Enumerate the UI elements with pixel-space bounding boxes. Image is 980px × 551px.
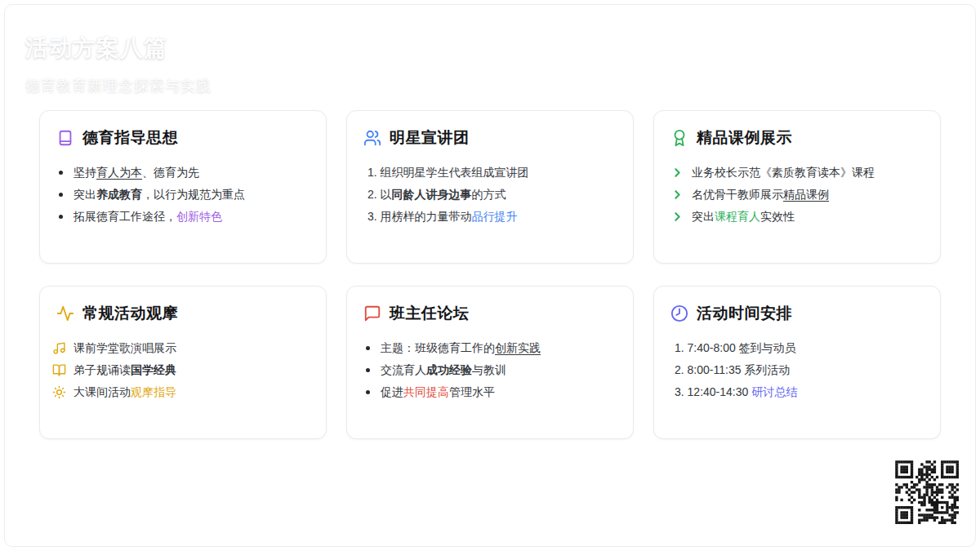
text-segment: 管理水平	[449, 385, 495, 398]
text-segment: 交流育人	[381, 363, 426, 376]
item-text: 1. 组织明星学生代表组成宣讲团	[368, 164, 529, 181]
bullet-dot	[366, 346, 370, 350]
book-open-icon	[52, 363, 66, 377]
list-item: 拓展德育工作途径，创新特色	[56, 208, 310, 225]
item-text: 突出养成教育，以行为规范为重点	[74, 186, 245, 203]
text-segment: 业务校长示范《素质教育读本》课程	[692, 166, 875, 179]
list-item: 坚持育人为本、德育为先	[56, 164, 310, 181]
card-title: 德育指导思想	[82, 127, 178, 149]
book-icon	[56, 129, 74, 147]
text-segment: 同龄人讲身边事	[392, 188, 472, 201]
card-regular-activity-observation: 常规活动观摩 课前学堂歌演唱展示弟子规诵读国学经典大课间活动观摩指导	[39, 286, 327, 439]
item-text: 交流育人成功经验与教训	[381, 362, 506, 379]
text-segment: 促进	[381, 385, 403, 398]
text-segment: 创新实践	[495, 341, 541, 354]
card-activity-schedule: 活动时间安排 1. 7:40-8:00 签到与动员2. 8:00-11:35 系…	[653, 286, 941, 439]
text-segment: 突出	[692, 210, 715, 223]
text-segment: 名优骨干教师展示	[692, 188, 783, 201]
card-star-speaker-group: 明星宣讲团 1. 组织明星学生代表组成宣讲团2. 以同龄人讲身边事的方式3. 用…	[346, 110, 634, 264]
page-title: 活动方案八篇	[25, 33, 212, 64]
list-item: 主题：班级德育工作的创新实践	[363, 340, 617, 357]
card-list: 课前学堂歌演唱展示弟子规诵读国学经典大课间活动观摩指导	[56, 340, 310, 401]
text-segment: 课程育人	[715, 210, 760, 223]
card-header: 明星宣讲团	[363, 127, 617, 149]
bullet-dot	[59, 215, 63, 219]
text-segment: 2. 以	[368, 188, 392, 201]
card-list: 1. 组织明星学生代表组成宣讲团2. 以同龄人讲身边事的方式3. 用榜样的力量带…	[363, 164, 617, 225]
item-text: 名优骨干教师展示精品课例	[692, 186, 829, 203]
music-icon	[52, 341, 66, 355]
item-text: 2. 8:00-11:35 系列活动	[675, 362, 790, 379]
text-segment: 坚持	[74, 166, 96, 179]
chevron-right-icon	[670, 188, 684, 202]
card-header: 德育指导思想	[56, 127, 310, 149]
activity-icon	[56, 304, 74, 322]
text-segment: 创新特色	[176, 210, 222, 223]
text-segment: 主题：班级德育工作的	[381, 341, 495, 354]
list-item: 大课间活动观摩指导	[52, 384, 310, 401]
card-list: 1. 7:40-8:00 签到与动员2. 8:00-11:35 系列活动3. 1…	[670, 340, 924, 401]
card-head-teacher-forum: 班主任论坛 主题：班级德育工作的创新实践交流育人成功经验与教训促进共同提高管理水…	[346, 286, 634, 439]
card-title: 班主任论坛	[390, 303, 470, 324]
text-segment: 1. 组织明星学生代表组成宣讲团	[368, 166, 529, 179]
text-segment: 大课间活动	[74, 385, 131, 398]
text-segment: 拓展德育工作途径，	[74, 210, 176, 223]
list-item: 促进共同提高管理水平	[363, 384, 617, 401]
award-icon	[670, 129, 688, 147]
item-text: 突出课程育人实效性	[692, 208, 795, 225]
card-quality-lesson-show: 精品课例展示 业务校长示范《素质教育读本》课程名优骨干教师展示精品课例突出课程育…	[653, 110, 941, 264]
bullet-dot	[59, 171, 63, 175]
card-moral-guidance-ideas: 德育指导思想 坚持育人为本、德育为先突出养成教育，以行为规范为重点拓展德育工作途…	[39, 110, 327, 264]
item-text: 主题：班级德育工作的创新实践	[381, 340, 541, 357]
card-header: 常规活动观摩	[56, 303, 310, 324]
list-item: 弟子规诵读国学经典	[52, 362, 310, 379]
cards-grid: 德育指导思想 坚持育人为本、德育为先突出养成教育，以行为规范为重点拓展德育工作途…	[39, 110, 941, 439]
card-header: 精品课例展示	[670, 127, 924, 149]
clock-icon	[670, 304, 688, 322]
text-segment: 与教训	[472, 363, 506, 376]
text-segment: 3. 用榜样的力量带动	[368, 210, 472, 223]
card-title: 活动时间安排	[697, 303, 792, 324]
text-segment: 弟子规诵读	[74, 363, 131, 376]
item-text: 3. 12:40-14:30 研讨总结	[675, 384, 797, 401]
card-title: 明星宣讲团	[390, 127, 470, 149]
message-square-icon	[363, 304, 381, 322]
text-segment: 共同提高	[403, 385, 449, 398]
text-segment: ，以行为规范为重点	[142, 188, 245, 201]
card-list: 坚持育人为本、德育为先突出养成教育，以行为规范为重点拓展德育工作途径，创新特色	[56, 164, 310, 225]
item-text: 坚持育人为本、德育为先	[74, 164, 199, 181]
chevron-right-icon	[670, 166, 684, 180]
bullet-dot	[366, 368, 370, 372]
text-segment: 3. 12:40-14:30	[675, 385, 751, 398]
item-text: 拓展德育工作途径，创新特色	[74, 208, 222, 225]
card-header: 活动时间安排	[670, 303, 924, 324]
text-segment: 研讨总结	[751, 385, 797, 398]
card-title: 常规活动观摩	[82, 303, 178, 324]
card-list: 主题：班级德育工作的创新实践交流育人成功经验与教训促进共同提高管理水平	[363, 340, 617, 401]
item-text: 2. 以同龄人讲身边事的方式	[368, 186, 506, 203]
item-text: 弟子规诵读国学经典	[74, 362, 176, 379]
list-item: 名优骨干教师展示精品课例	[670, 186, 924, 203]
list-item: 课前学堂歌演唱展示	[52, 340, 310, 357]
item-text: 大课间活动观摩指导	[74, 384, 176, 401]
list-item: 突出养成教育，以行为规范为重点	[56, 186, 310, 203]
text-segment: 2. 8:00-11:35 系列活动	[675, 363, 790, 376]
list-item: 突出课程育人实效性	[670, 208, 924, 225]
text-segment: 、德育为先	[142, 166, 199, 179]
list-item: 交流育人成功经验与教训	[363, 362, 617, 379]
text-segment: 国学经典	[131, 363, 176, 376]
text-segment: 育人为本	[96, 166, 142, 179]
card-list: 业务校长示范《素质教育读本》课程名优骨干教师展示精品课例突出课程育人实效性	[670, 164, 924, 225]
users-icon	[363, 129, 381, 147]
list-item: 2. 8:00-11:35 系列活动	[675, 362, 924, 379]
item-text: 1. 7:40-8:00 签到与动员	[675, 340, 796, 357]
card-header: 班主任论坛	[363, 303, 617, 324]
sun-icon	[52, 385, 66, 399]
card-title: 精品课例展示	[697, 127, 792, 149]
list-item: 3. 用榜样的力量带动品行提升	[368, 208, 617, 225]
text-segment: 1. 7:40-8:00 签到与动员	[675, 341, 796, 354]
item-text: 课前学堂歌演唱展示	[74, 340, 176, 357]
item-text: 3. 用榜样的力量带动品行提升	[368, 208, 518, 225]
qr-code	[893, 458, 961, 527]
text-segment: 实效性	[760, 210, 795, 223]
